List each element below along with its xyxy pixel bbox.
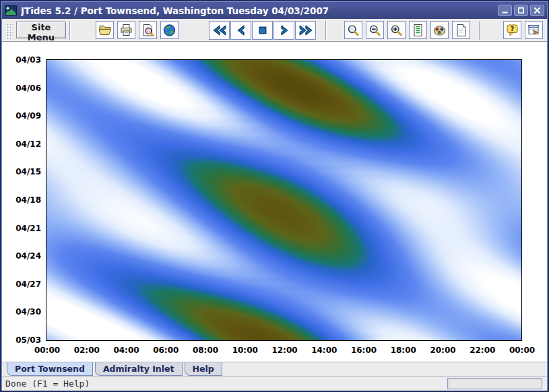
x-axis-label: 00:00: [32, 346, 63, 355]
y-axis-label: 04/21: [3, 224, 41, 233]
x-axis-label: 10:00: [230, 346, 261, 355]
blank-document-icon: [454, 24, 468, 37]
toolbar-grip[interactable]: [5, 22, 13, 38]
x-axis-label: 00:00: [507, 346, 538, 355]
nav-first-icon: [212, 24, 228, 37]
progress-indicator: [447, 378, 542, 389]
colors-button[interactable]: [430, 21, 449, 39]
stop-square-icon: [256, 24, 269, 37]
tab-label: Admiralty Inlet: [103, 364, 174, 374]
y-axis-label: 04/03: [3, 55, 41, 65]
exit-button[interactable]: [525, 21, 543, 39]
color-palette-icon: [432, 24, 447, 37]
toolbar-separator: [479, 21, 480, 40]
y-axis-label: 04/15: [3, 167, 41, 176]
nav-next-icon: [278, 24, 291, 37]
minimize-button[interactable]: [498, 5, 512, 16]
y-axis-label: 04/18: [3, 195, 41, 205]
magnifier-icon: [346, 24, 360, 37]
x-axis-label: 16:00: [348, 346, 379, 355]
toolbar-separator: [69, 21, 71, 40]
folder-open-icon: [98, 24, 112, 36]
app-icon: [5, 5, 17, 15]
x-axis-label: 06:00: [150, 346, 181, 355]
minimize-icon: [501, 7, 509, 14]
tab-bar: Port TownsendAdmiralty InletHelp: [2, 362, 547, 376]
maximize-icon: [517, 7, 525, 14]
x-axis-label: 04:00: [111, 346, 142, 355]
help-button[interactable]: ?: [503, 21, 521, 39]
nav-next-button[interactable]: [273, 21, 294, 40]
y-axis-label: 04/12: [3, 139, 41, 149]
report-document-icon: [411, 24, 425, 37]
x-axis-label: 22:00: [467, 346, 498, 355]
nav-previous-icon: [234, 24, 248, 37]
tab-label: Help: [193, 364, 214, 374]
open-station-button[interactable]: [96, 21, 114, 39]
y-axis-label: 04/09: [3, 111, 41, 121]
nav-first-button[interactable]: [209, 21, 230, 40]
y-axis-label: 04/27: [3, 280, 41, 289]
zoom-out-button[interactable]: [366, 21, 384, 39]
tide-plot: [46, 59, 522, 341]
find-station-button[interactable]: [139, 21, 157, 39]
x-axis-label: 14:00: [309, 346, 340, 355]
x-axis-label: 02:00: [71, 346, 102, 355]
zoom-reset-button[interactable]: [344, 21, 362, 39]
x-axis-label: 20:00: [428, 346, 459, 355]
maximize-button[interactable]: [514, 5, 528, 16]
tab-label: Port Townsend: [15, 364, 85, 374]
exit-window-icon: [527, 24, 541, 37]
y-axis-label: 04/30: [3, 307, 41, 317]
nav-last-icon: [298, 24, 314, 37]
svg-text:?: ?: [511, 25, 515, 32]
tide-heatmap-canvas[interactable]: [46, 60, 521, 340]
jtides-window: JTides 5.2 / Port Townsend, Washington T…: [0, 0, 549, 392]
tab-help[interactable]: Help: [185, 362, 222, 376]
nav-stop-button[interactable]: [252, 21, 273, 40]
window-title: JTides 5.2 / Port Townsend, Washington T…: [21, 5, 492, 16]
find-document-icon: [141, 24, 155, 37]
zoom-in-button[interactable]: [387, 21, 406, 39]
nav-previous-button[interactable]: [230, 21, 251, 40]
x-axis-label: 12:00: [269, 346, 300, 355]
chart-panel: 04/0304/0604/0904/1204/1504/1804/2104/24…: [2, 42, 547, 362]
world-map-button[interactable]: [160, 21, 179, 39]
title-bar[interactable]: JTides 5.2 / Port Townsend, Washington T…: [2, 2, 547, 19]
y-axis-label: 04/24: [3, 251, 41, 261]
close-icon: [534, 7, 541, 14]
magnifier-plus-icon: [389, 24, 403, 37]
site-menu-button[interactable]: Site Menu: [16, 22, 66, 38]
printer-icon: [119, 24, 133, 37]
x-axis-label: 18:00: [388, 346, 419, 355]
magnifier-minus-icon: [368, 24, 382, 37]
toolbar-separator: [325, 21, 327, 40]
y-axis-label: 05/03: [3, 335, 41, 345]
toolbar: Site Menu: [2, 19, 547, 42]
tab-port-townsend[interactable]: Port Townsend: [7, 362, 93, 376]
close-button[interactable]: [530, 5, 544, 16]
globe-icon: [162, 24, 176, 37]
tab-admiralty-inlet[interactable]: Admiralty Inlet: [95, 362, 183, 376]
print-button[interactable]: [117, 21, 135, 39]
y-axis-label: 04/06: [3, 84, 41, 93]
new-document-button[interactable]: [452, 21, 470, 39]
help-bubble-icon: ?: [505, 24, 519, 37]
status-text: Done (F1 = Help): [5, 379, 90, 389]
status-bar: Done (F1 = Help): [2, 376, 547, 391]
report-button[interactable]: [409, 21, 427, 39]
nav-last-button[interactable]: [295, 21, 316, 40]
x-axis-label: 08:00: [190, 346, 221, 355]
